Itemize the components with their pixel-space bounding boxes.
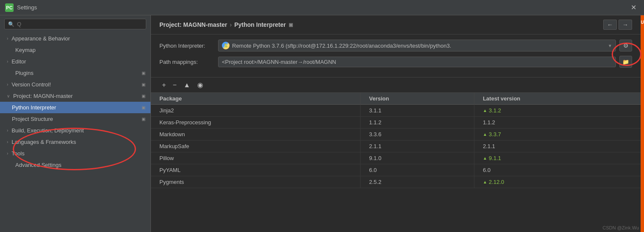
chevron-right-icon: › bbox=[7, 128, 8, 133]
gear-button[interactable]: ⚙ bbox=[619, 40, 632, 52]
sidebar-item-tools[interactable]: › Tools bbox=[0, 148, 150, 159]
chevron-right-icon: › bbox=[7, 36, 8, 41]
forward-button[interactable]: → bbox=[618, 20, 632, 30]
sidebar-item-label: Python Interpreter bbox=[12, 104, 56, 111]
chevron-right-icon: › bbox=[7, 59, 8, 64]
cell-latest: 2.1.1 bbox=[474, 140, 641, 152]
interpreter-dropdown[interactable]: 🐍 Remote Python 3.7.6 (sftp://root@172.1… bbox=[218, 40, 616, 52]
latest-version-update: ▲ 3.1.2 bbox=[483, 107, 632, 114]
path-row: Path mappings: <Project root>/MAGNN-mast… bbox=[159, 56, 632, 68]
table-row[interactable]: MarkupSafe2.1.12.1.1 bbox=[151, 140, 641, 152]
folder-button[interactable]: 📁 bbox=[619, 56, 632, 68]
table-row[interactable]: Pygments2.5.2▲ 2.12.0 bbox=[151, 176, 641, 188]
latest-version-update: ▲ 9.1.1 bbox=[483, 155, 632, 161]
breadcrumb-project: Project: MAGNN-master bbox=[159, 21, 227, 28]
sidebar-item-label: Project Structure bbox=[12, 116, 53, 122]
sidebar-item-editor[interactable]: › Editor bbox=[0, 56, 150, 67]
cell-package: Markdown bbox=[151, 129, 360, 140]
sidebar-item-label: Project: MAGNN-master bbox=[13, 93, 73, 99]
cell-package: Pillow bbox=[151, 152, 360, 164]
sidebar-item-label: Keymap bbox=[15, 47, 36, 53]
sidebar-item-advanced[interactable]: Advanced Settings bbox=[0, 159, 150, 171]
cell-version: 2.1.1 bbox=[360, 140, 474, 152]
cell-version: 3.3.6 bbox=[360, 129, 474, 140]
settings-section: Python Interpreter: 🐍 Remote Python 3.7.… bbox=[151, 34, 641, 77]
watermark: CSDN @Zink.Wu bbox=[602, 225, 639, 230]
chevron-right-icon: › bbox=[7, 140, 8, 144]
table-row[interactable]: PyYAML6.06.0 bbox=[151, 164, 641, 176]
breadcrumb-db-icon: ▣ bbox=[289, 22, 293, 28]
sidebar: 🔍 › Appearance & Behavior Keymap › Edito… bbox=[0, 15, 151, 232]
cell-latest: 1.1.2 bbox=[474, 117, 641, 129]
path-value: <Project root>/MAGNN-master→/root/MAGNN bbox=[222, 59, 336, 65]
sidebar-item-label: Appearance & Behavior bbox=[11, 35, 70, 42]
content-panel: Project: MAGNN-master › Python Interpret… bbox=[151, 15, 641, 232]
db-icon: ▣ bbox=[142, 105, 145, 110]
up-arrow-icon: ▲ bbox=[483, 156, 487, 160]
up-arrow-icon: ▲ bbox=[483, 132, 487, 137]
show-package-button[interactable]: ◉ bbox=[195, 80, 206, 90]
packages-table-container: Package Version Latest version Jinja23.1… bbox=[151, 93, 641, 232]
sidebar-item-label: Advanced Settings bbox=[15, 162, 61, 168]
search-input[interactable] bbox=[17, 21, 142, 27]
cell-version: 3.1.1 bbox=[360, 105, 474, 117]
cell-package: Pygments bbox=[151, 176, 360, 188]
title-bar-left: PC Settings bbox=[5, 3, 37, 12]
interpreter-value: Remote Python 3.7.6 (sftp://root@172.16.… bbox=[232, 43, 605, 49]
db-icon: ▣ bbox=[142, 82, 145, 87]
cell-package: MarkupSafe bbox=[151, 140, 360, 152]
sidebar-item-label: Version Control! bbox=[11, 81, 51, 88]
table-row[interactable]: Keras-Preprocessing1.1.21.1.2 bbox=[151, 117, 641, 129]
cell-package: PyYAML bbox=[151, 164, 360, 176]
db-icon: ▣ bbox=[142, 71, 145, 75]
stripe-letter-u: U bbox=[641, 20, 644, 26]
python-icon: 🐍 bbox=[222, 42, 230, 49]
db-icon: ▣ bbox=[142, 117, 145, 121]
cell-latest: ▲ 3.1.2 bbox=[474, 105, 641, 117]
add-package-button[interactable]: + bbox=[159, 80, 168, 90]
up-package-button[interactable]: ▲ bbox=[181, 80, 193, 90]
breadcrumb-separator: › bbox=[230, 21, 232, 28]
db-icon: ▣ bbox=[142, 94, 145, 98]
sidebar-item-build[interactable]: › Build, Execution, Deployment bbox=[0, 125, 150, 136]
cell-latest: ▲ 9.1.1 bbox=[474, 152, 641, 164]
up-arrow-icon: ▲ bbox=[483, 180, 487, 184]
sidebar-item-languages[interactable]: › Languages & Frameworks bbox=[0, 136, 150, 148]
sidebar-item-project-structure[interactable]: Project Structure ▣ bbox=[0, 113, 150, 125]
chevron-down-icon: ∨ bbox=[7, 94, 10, 98]
cell-latest: ▲ 2.12.0 bbox=[474, 176, 641, 188]
search-box[interactable]: 🔍 bbox=[4, 19, 146, 29]
table-row[interactable]: Pillow9.1.0▲ 9.1.1 bbox=[151, 152, 641, 164]
sidebar-item-keymap[interactable]: Keymap bbox=[0, 44, 150, 56]
sidebar-item-python-interpreter[interactable]: Python Interpreter ▣ bbox=[0, 102, 150, 113]
cell-version: 6.0 bbox=[360, 164, 474, 176]
chevron-right-icon: › bbox=[7, 151, 8, 156]
sidebar-item-appearance[interactable]: › Appearance & Behavior bbox=[0, 33, 150, 44]
sidebar-item-project[interactable]: ∨ Project: MAGNN-master ▣ bbox=[0, 90, 150, 102]
sidebar-item-plugins[interactable]: Plugins ▣ bbox=[0, 67, 150, 79]
window-title: Settings bbox=[17, 4, 37, 11]
back-button[interactable]: ← bbox=[603, 20, 617, 30]
packages-table: Package Version Latest version Jinja23.1… bbox=[151, 93, 641, 188]
path-dropdown[interactable]: <Project root>/MAGNN-master→/root/MAGNN bbox=[218, 57, 616, 67]
sidebar-item-versioncontrol[interactable]: › Version Control! ▣ bbox=[0, 79, 150, 90]
cell-latest: 6.0 bbox=[474, 164, 641, 176]
cell-version: 9.1.0 bbox=[360, 152, 474, 164]
sidebar-item-label: Editor bbox=[11, 58, 26, 65]
latest-version-update: ▲ 2.12.0 bbox=[483, 179, 632, 185]
main-layout: 🔍 › Appearance & Behavior Keymap › Edito… bbox=[0, 15, 644, 232]
sidebar-item-label: Languages & Frameworks bbox=[11, 139, 76, 145]
path-label: Path mappings: bbox=[159, 59, 215, 65]
app-icon: PC bbox=[5, 3, 14, 12]
breadcrumb-current: Python Interpreter bbox=[234, 21, 286, 28]
remove-package-button[interactable]: − bbox=[170, 80, 179, 90]
close-button[interactable]: ✕ bbox=[628, 3, 639, 12]
table-row[interactable]: Jinja23.1.1▲ 3.1.2 bbox=[151, 105, 641, 117]
table-row[interactable]: Markdown3.3.6▲ 3.3.7 bbox=[151, 129, 641, 140]
title-bar: PC Settings ✕ bbox=[0, 0, 644, 15]
interpreter-label: Python Interpreter: bbox=[159, 43, 215, 49]
dropdown-arrow-icon: ▼ bbox=[608, 43, 612, 48]
table-header-row: Package Version Latest version bbox=[151, 93, 641, 105]
breadcrumb: Project: MAGNN-master › Python Interpret… bbox=[159, 21, 293, 28]
sidebar-item-label: Build, Execution, Deployment bbox=[11, 127, 84, 134]
